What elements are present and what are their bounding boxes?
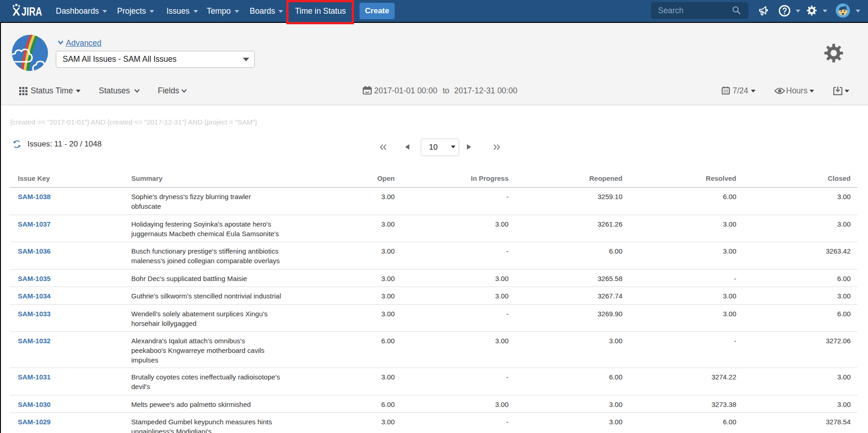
svg-text:JIRA: JIRA <box>21 5 42 17</box>
